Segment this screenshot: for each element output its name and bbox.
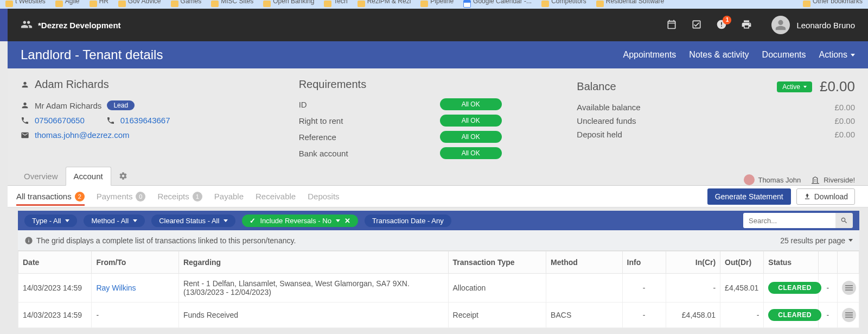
alerts-button[interactable]: 1 (716, 19, 727, 31)
generate-statement-button[interactable]: Generate Statement (707, 188, 791, 205)
folder-icon (211, 1, 219, 7)
titlebar-actions: Appointments Notes & activity Documents … (623, 50, 856, 60)
bookmark-item[interactable]: MISC Sites (211, 0, 253, 8)
subtab-payments[interactable]: Payments0 (97, 187, 146, 206)
search-button[interactable] (835, 213, 853, 228)
th-type[interactable]: Transaction Type (448, 251, 546, 274)
balance-title: Balance (577, 80, 777, 93)
documents-link[interactable]: Documents (762, 50, 806, 60)
results-per-page[interactable]: 25 results per page (780, 236, 853, 245)
table-row: 14/03/2023 14:59 Ray Wilkins Rent - 1 De… (18, 274, 859, 303)
caret-down-icon (851, 54, 855, 56)
bookmark-item[interactable]: Competitors (541, 0, 586, 8)
th-date[interactable]: Date (18, 251, 92, 274)
folder-icon (263, 1, 271, 7)
bookmarks-bar: t Websites Agile HR Gov Advice Games MIS… (0, 0, 868, 9)
info-panel: Adam Richards Mr Adam Richards Lead 0750… (8, 68, 868, 166)
notes-link[interactable]: Notes & activity (689, 50, 749, 60)
bookmark-item[interactable]: Open Banking (263, 0, 314, 8)
req-label: Bank account (299, 149, 440, 158)
tasks-button[interactable] (691, 19, 702, 31)
filter-date[interactable]: Transaction Date - Any (365, 215, 451, 227)
bookmark-item[interactable]: Games (171, 0, 202, 8)
table-row: 14/03/2023 14:59 - Funds Received Receip… (18, 303, 859, 328)
search-icon (840, 217, 848, 224)
user-menu[interactable]: Leonardo Bruno (771, 16, 855, 34)
bookmark-item[interactable]: Tech (324, 0, 347, 8)
print-button[interactable] (741, 19, 752, 31)
calendar-button[interactable] (666, 19, 677, 31)
req-status-button[interactable]: All OK (440, 147, 502, 159)
bookmark-item[interactable]: Google Calendar -... (463, 0, 532, 8)
close-icon[interactable]: ✕ (344, 217, 350, 225)
filter-type[interactable]: Type - All (24, 215, 77, 227)
requirements-title: Requirements (299, 78, 577, 91)
subtab-all-transactions[interactable]: All transactions2 (16, 187, 85, 206)
req-status-button[interactable]: All OK (440, 115, 502, 127)
bookmark-item[interactable]: Pipeline (420, 0, 454, 8)
requirements-column: Requirements IDAll OK Right to rentAll O… (299, 78, 577, 161)
bookmark-item[interactable]: Gov Advice (118, 0, 161, 8)
brand[interactable]: *Dezrez Development (21, 18, 121, 32)
header-actions: 1 Leonardo Bruno (666, 16, 855, 34)
download-button[interactable]: Download (796, 188, 855, 205)
cell-info: - (622, 303, 666, 328)
cell-from-link[interactable]: Ray Wilkins (96, 283, 136, 292)
filter-method[interactable]: Method - All (84, 215, 145, 227)
folder-icon (90, 1, 97, 7)
th-out[interactable]: Out(Dr) (720, 251, 764, 274)
filter-bar: Type - All Method - All Cleared Status -… (18, 211, 859, 230)
assigned-user[interactable]: Thomas John (744, 174, 801, 185)
contact-fullname: Mr Adam Richards (35, 101, 101, 110)
filter-cleared[interactable]: Cleared Status - All (151, 215, 235, 227)
count-badge: 1 (193, 192, 202, 201)
subtab-receipts[interactable]: Receipts1 (157, 187, 202, 206)
actions-menu[interactable]: Actions (819, 50, 855, 60)
phone1-link[interactable]: 07506670650 (35, 116, 85, 125)
tab-settings-button[interactable] (114, 168, 132, 185)
tab-account[interactable]: Account (66, 167, 111, 186)
folder-icon (55, 1, 63, 7)
caret-down-icon (65, 219, 69, 222)
email-link[interactable]: thomas.john@dezrez.com (35, 130, 129, 140)
th-info[interactable]: Info (622, 251, 666, 274)
caret-down-icon (336, 219, 340, 222)
status-pill[interactable]: Active (777, 81, 812, 92)
req-status-button[interactable]: All OK (440, 98, 502, 110)
bookmark-item[interactable]: ReziPM & Rezi (358, 0, 411, 8)
people-icon (21, 18, 33, 32)
phone-icon (21, 116, 29, 125)
tab-overview[interactable]: Overview (16, 167, 66, 185)
req-status-button[interactable]: All OK (440, 131, 502, 143)
th-from[interactable]: From/To (92, 251, 179, 274)
row-menu-button[interactable] (842, 308, 856, 322)
th-in[interactable]: In(Cr) (666, 251, 720, 274)
subtab-payable[interactable]: Payable (214, 187, 244, 205)
subtab-deposits[interactable]: Deposits (308, 187, 339, 205)
contact-phones: 07506670650 01639643667 (21, 116, 299, 125)
appointments-link[interactable]: Appointments (623, 50, 676, 60)
user-name: Leonardo Bruno (796, 21, 855, 30)
subtab-receivable[interactable]: Receivable (256, 187, 296, 205)
th-method[interactable]: Method (546, 251, 622, 274)
contact-name: Adam Richards (21, 78, 299, 91)
bookmark-item[interactable]: Residental Software (596, 0, 664, 8)
th-status[interactable]: Status (764, 251, 818, 274)
search-input[interactable] (743, 213, 835, 228)
cell-method: BACS (546, 303, 622, 328)
caret-down-icon (133, 219, 137, 222)
bookmark-item[interactable]: HR (90, 0, 108, 8)
bookmark-other[interactable]: Other bookmarks (803, 0, 863, 8)
th-regarding[interactable]: Regarding (178, 251, 448, 274)
filter-reversals[interactable]: ✓Include Reversals - No✕ (242, 215, 358, 227)
bal-label: Uncleared funds (577, 116, 834, 125)
grid-info-text: The grid displays a complete list of tra… (36, 236, 296, 245)
page-titlebar: Landlord - Tenant details Appointments N… (8, 41, 868, 68)
bookmark-item[interactable]: Agile (55, 0, 80, 8)
contact-name-text: Adam Richards (35, 78, 109, 91)
row-menu-button[interactable] (842, 281, 856, 295)
table-header: Date From/To Regarding Transaction Type … (18, 251, 859, 274)
assigned-office[interactable]: Riverside! (812, 175, 855, 184)
bookmark-item[interactable]: t Websites (5, 0, 46, 8)
phone2-link[interactable]: 01639643667 (120, 116, 170, 125)
